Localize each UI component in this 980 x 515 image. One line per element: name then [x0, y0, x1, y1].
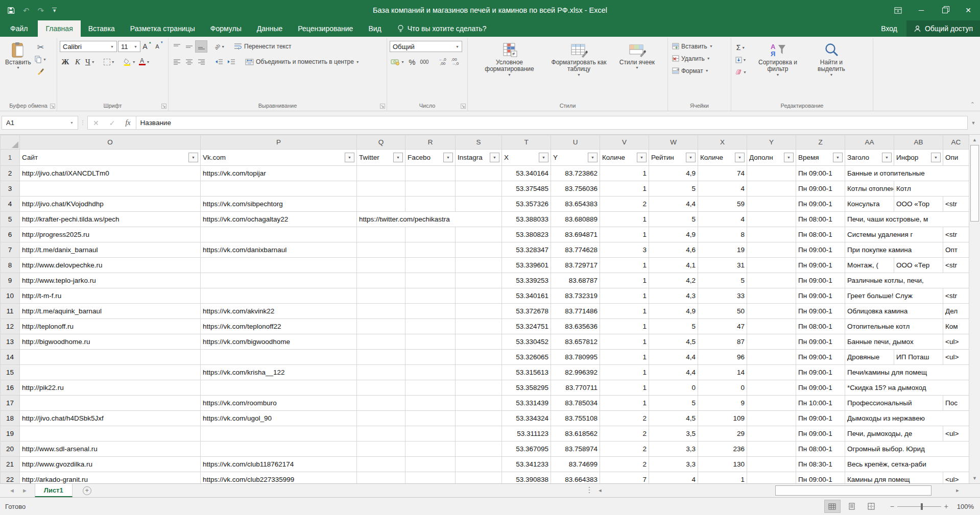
borders-button[interactable]: ▼ [103, 56, 116, 67]
column-header-V[interactable]: V [600, 135, 649, 150]
cell-V16[interactable]: 1 [600, 380, 649, 396]
column-header-AB[interactable]: AB [894, 135, 943, 150]
cell-X21[interactable]: 130 [698, 457, 747, 472]
cell-Q12[interactable] [357, 319, 405, 334]
row-header-7[interactable]: 7 [1, 242, 20, 258]
cell-V10[interactable]: 1 [600, 288, 649, 304]
cell-X22[interactable]: 1 [698, 472, 747, 484]
cell-O5[interactable]: http://krafter-pechi.tilda.ws/pech [20, 212, 201, 227]
horizontal-scroll-thumb[interactable] [775, 485, 931, 496]
cell-Y16[interactable] [747, 380, 796, 396]
cell-U21[interactable]: 83.74699 [551, 457, 600, 472]
cell-T1[interactable]: X▼ [502, 150, 551, 166]
vertical-scrollbar[interactable]: ▲ ▼ [969, 135, 980, 483]
cell-T20[interactable]: 53.367095 [502, 442, 551, 457]
name-box[interactable]: A1▼ [2, 116, 78, 130]
cell-W19[interactable]: 3,5 [649, 426, 698, 442]
cell-P18[interactable]: https://vk.com/ugol_90 [201, 411, 357, 426]
cell-AC4[interactable]: <str [943, 197, 969, 212]
cell-Q17[interactable] [357, 396, 405, 411]
cell-W15[interactable]: 4,4 [649, 365, 698, 380]
cell-AA2[interactable]: Банные и отопительные [845, 166, 969, 181]
cell-V19[interactable]: 2 [600, 426, 649, 442]
cell-Z17[interactable]: Пн 10:00-1 [796, 396, 845, 411]
cell-U1[interactable]: Y▼ [551, 150, 600, 166]
minimize-button[interactable]: ─ [910, 0, 933, 20]
cell-P12[interactable]: https://vk.com/teplonoff22 [201, 319, 357, 334]
cell-Q6[interactable] [357, 227, 405, 242]
cell-O3[interactable] [20, 181, 201, 197]
vertical-scroll-thumb[interactable] [970, 145, 979, 222]
cell-R7[interactable] [405, 242, 456, 258]
cell-V11[interactable]: 1 [600, 304, 649, 319]
scroll-left-icon[interactable]: ◄ [595, 485, 605, 496]
cell-T9[interactable]: 53.339253 [502, 273, 551, 288]
filter-button-Z[interactable]: ▼ [833, 153, 843, 162]
increase-decimal-button[interactable]: ←,0 ,00 [437, 56, 448, 67]
cell-V15[interactable]: 1 [600, 365, 649, 380]
bold-button[interactable]: Ж [60, 56, 71, 67]
cell-Q9[interactable] [357, 273, 405, 288]
row-header-13[interactable]: 13 [1, 334, 20, 350]
filter-button-X[interactable]: ▼ [735, 153, 745, 162]
cell-T5[interactable]: 53.388033 [502, 212, 551, 227]
cell-Z15[interactable]: Пн 09:00-1 [796, 365, 845, 380]
row-header-4[interactable]: 4 [1, 197, 20, 212]
cell-S20[interactable] [456, 442, 502, 457]
cell-Y8[interactable] [747, 258, 796, 273]
delete-cells-button[interactable]: ✕ Удалить▼ [671, 53, 728, 64]
cell-U13[interactable]: 83.657812 [551, 334, 600, 350]
cell-AC17[interactable]: Пос [943, 396, 969, 411]
cell-AB3[interactable]: Котл [894, 181, 969, 197]
cell-AA21[interactable]: Весь крепёж, сетка-раби [845, 457, 969, 472]
cell-P5[interactable]: https://vk.com/ochagaltay22 [201, 212, 357, 227]
column-header-W[interactable]: W [649, 135, 698, 150]
cell-S11[interactable] [456, 304, 502, 319]
italic-button[interactable]: К [72, 56, 83, 67]
cell-O21[interactable]: http://www.gvozdilka.ru [20, 457, 201, 472]
ribbon-display-options-icon[interactable] [886, 0, 910, 20]
tell-me-box[interactable]: Что вы хотите сделать? [397, 20, 487, 37]
cell-S19[interactable] [456, 426, 502, 442]
cell-W6[interactable]: 4,9 [649, 227, 698, 242]
cell-Z6[interactable]: Пн 08:00-1 [796, 227, 845, 242]
column-header-AC[interactable]: AC [943, 135, 969, 150]
cell-AA5[interactable]: Печи, чаши костровые, м [845, 212, 969, 227]
cell-AC6[interactable]: <str [943, 227, 969, 242]
row-header-3[interactable]: 3 [1, 181, 20, 197]
cell-T13[interactable]: 53.330452 [502, 334, 551, 350]
tab-4[interactable]: Формулы [203, 20, 249, 37]
normal-view-button[interactable] [825, 500, 840, 512]
zoom-slider[interactable]: − + [890, 502, 948, 510]
cut-button[interactable]: ✂ [34, 41, 47, 53]
cell-O6[interactable]: http://progress2025.ru [20, 227, 201, 242]
cell-U6[interactable]: 83.694871 [551, 227, 600, 242]
clear-button[interactable]: ▼ [734, 66, 748, 78]
cell-W9[interactable]: 4,2 [649, 273, 698, 288]
cell-R21[interactable] [405, 457, 456, 472]
cell-S18[interactable] [456, 411, 502, 426]
row-header-11[interactable]: 11 [1, 304, 20, 319]
cell-O9[interactable]: http://www.teplo-jarko.ru [20, 273, 201, 288]
tab-file[interactable]: Файл [0, 20, 38, 37]
cell-AA11[interactable]: Облицовка камина [845, 304, 943, 319]
cell-V21[interactable]: 2 [600, 457, 649, 472]
cell-U14[interactable]: 83.780995 [551, 350, 600, 365]
column-header-T[interactable]: T [502, 135, 551, 150]
filter-button-Y[interactable]: ▼ [784, 153, 794, 162]
cell-X10[interactable]: 33 [698, 288, 747, 304]
cell-P22[interactable]: https://vk.com/club227335999 [201, 472, 357, 484]
cell-AC1[interactable]: Опи [943, 150, 969, 166]
cell-W14[interactable]: 4,4 [649, 350, 698, 365]
cell-W21[interactable]: 3,3 [649, 457, 698, 472]
horizontal-scrollbar[interactable]: ◄ ► [595, 485, 963, 496]
cell-AC10[interactable]: <str [943, 288, 969, 304]
sheet-next-icon[interactable]: ► [22, 487, 28, 494]
row-header-20[interactable]: 20 [1, 442, 20, 457]
font-dialog-launcher-icon[interactable]: ↘ [161, 104, 166, 109]
cell-W16[interactable]: 0 [649, 380, 698, 396]
cell-R20[interactable] [405, 442, 456, 457]
cell-T10[interactable]: 53.340161 [502, 288, 551, 304]
comma-style-button[interactable]: 000 [419, 56, 430, 67]
cell-V13[interactable]: 1 [600, 334, 649, 350]
